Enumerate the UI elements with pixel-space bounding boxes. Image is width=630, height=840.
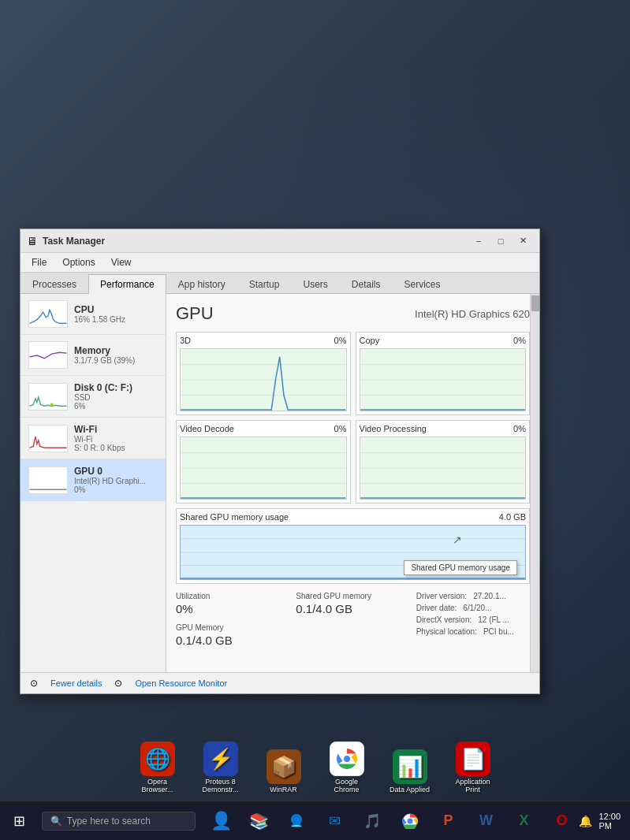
start-button[interactable]: ⊞ [0, 801, 39, 841]
menu-view[interactable]: View [103, 255, 140, 270]
taskbar-person-icon[interactable]: 👤 [203, 804, 238, 838]
scrollbar[interactable] [530, 294, 539, 672]
gpu-charts: 3D 0% [176, 332, 530, 584]
chart-3d-area [180, 348, 347, 411]
disk-mini-chart [28, 383, 68, 411]
gpu-main-panel: GPU Intel(R) HD Graphics 620 3D 0% [166, 294, 539, 672]
shared-gpu-value: 0.1/4.0 GB [296, 602, 409, 615]
cpu-sublabel: 16% 1.58 GHz [74, 315, 158, 324]
app-data-applied[interactable]: 📊 Data Applied [386, 749, 434, 794]
taskbar-chrome-taskbar-icon[interactable] [393, 804, 427, 838]
performance-sidebar: CPU 16% 1.58 GHz Memory 3.1/7.9 GB ( [21, 294, 166, 672]
cursor-indicator: ↗ [453, 533, 462, 543]
app-application-print[interactable]: 📄 ApplicationPrint [449, 742, 497, 794]
app-proteus[interactable]: ⚡ Proteus 8Demonstr... [197, 742, 244, 794]
scrollbar-thumb[interactable] [531, 295, 539, 311]
gpu-model: Intel(R) HD Graphics 620 [415, 308, 530, 320]
tab-processes[interactable]: Processes [21, 274, 88, 294]
chart-video-decode-area [180, 437, 347, 500]
directx-label: DirectX version: [416, 615, 472, 624]
driver-version-label: Driver version: [416, 592, 467, 600]
chrome-icon [330, 742, 364, 776]
tab-startup[interactable]: Startup [237, 274, 292, 294]
tab-services[interactable]: Services [393, 274, 453, 294]
chart-video-processing: Video Processing 0% [356, 420, 531, 504]
window-controls: − □ ✕ [468, 233, 533, 249]
winrar-icon: 📦 [267, 749, 301, 784]
directx-value: 12 (FL ... [478, 615, 509, 624]
chart-copy-area [360, 348, 527, 411]
tab-details[interactable]: Details [340, 274, 393, 294]
search-bar[interactable]: 🔍 Type here to search [42, 812, 196, 831]
taskbar-powerpoint-icon[interactable]: P [431, 804, 465, 838]
menu-file[interactable]: File [24, 255, 54, 270]
disk-label: Disk 0 (C: F:) [74, 382, 158, 393]
physical-location-value: PCI bu... [483, 627, 514, 636]
taskbar-excel-icon[interactable]: X [506, 804, 541, 838]
gpu-memory-value: 0.1/4.0 GB [176, 634, 289, 647]
taskmanager-icon: 🖥 [27, 235, 38, 247]
sidebar-item-cpu[interactable]: CPU 16% 1.58 GHz [21, 294, 166, 335]
sidebar-item-disk[interactable]: Disk 0 (C: F:) SSD6% [21, 376, 166, 418]
app-opera[interactable]: 🌐 OperaBrowser... [134, 742, 181, 794]
sidebar-item-gpu0[interactable]: GPU 0 Intel(R) HD Graphi...0% [21, 459, 166, 501]
gpu-stats: Utilization 0% GPU Memory 0.1/4.0 GB Sha… [176, 592, 530, 647]
gpu-header: GPU Intel(R) HD Graphics 620 [176, 303, 530, 324]
taskbar: ⊞ 🔍 Type here to search 👤 📚 ✉ 🎵 [0, 801, 630, 840]
gpu-mini-chart [28, 466, 68, 494]
svg-point-30 [408, 818, 413, 823]
memory-sidebar-info: Memory 3.1/7.9 GB (39%) [74, 345, 158, 365]
taskbar-word-icon[interactable]: W [468, 804, 503, 838]
disk-sidebar-info: Disk 0 (C: F:) SSD6% [74, 382, 158, 411]
wifi-sidebar-info: Wi-Fi Wi-FiS: 0 R: 0 Kbps [74, 424, 158, 452]
taskbar-opera-icon[interactable]: O [544, 804, 579, 838]
titlebar: 🖥 Task Manager − □ ✕ [21, 229, 539, 253]
opera-icon: 🌐 [140, 742, 175, 776]
chart-copy-label: Copy 0% [360, 336, 527, 345]
taskbar-right: 🔔 12:00PM [579, 812, 630, 831]
chart-3d: 3D 0% [176, 332, 351, 415]
tab-users[interactable]: Users [291, 274, 339, 294]
svg-point-28 [344, 756, 350, 762]
shared-memory-tooltip: Shared GPU memory usage [404, 560, 517, 575]
proteus-icon: ⚡ [203, 742, 238, 776]
taskbar-edge-icon[interactable] [279, 804, 314, 838]
utilization-value: 0% [176, 602, 289, 615]
maximize-button[interactable]: □ [490, 233, 511, 249]
desktop-apps-row: 🌐 OperaBrowser... ⚡ Proteus 8Demonstr...… [0, 742, 630, 797]
wifi-label: Wi-Fi [74, 424, 158, 435]
physical-location-label: Physical location: [416, 627, 477, 636]
tab-performance[interactable]: Performance [88, 274, 166, 294]
tab-bar: Processes Performance App history Startu… [21, 273, 539, 294]
driver-date-value: 6/1/20... [463, 604, 491, 612]
sidebar-item-wifi[interactable]: Wi-Fi Wi-FiS: 0 R: 0 Kbps [21, 418, 166, 459]
sidebar-item-memory[interactable]: Memory 3.1/7.9 GB (39%) [21, 335, 166, 376]
fewer-details-link[interactable]: Fewer details [50, 678, 102, 688]
taskbar-book-icon[interactable]: 📚 [241, 804, 276, 838]
taskbar-music-icon[interactable]: 🎵 [355, 804, 390, 838]
notification-icon[interactable]: 🔔 [579, 815, 592, 827]
chart-copy: Copy 0% [356, 332, 531, 415]
tab-app-history[interactable]: App history [166, 274, 237, 294]
close-button[interactable]: ✕ [513, 233, 533, 249]
gpu0-sublabel: Intel(R) HD Graphi...0% [74, 477, 158, 494]
stat-shared-gpu: Shared GPU memory 0.1/4.0 GB [296, 592, 409, 647]
open-resource-monitor-link[interactable]: Open Resource Monitor [135, 678, 227, 688]
chart-video-processing-area [360, 437, 527, 500]
menu-options[interactable]: Options [54, 255, 103, 270]
taskbar-envelope-icon[interactable]: ✉ [317, 804, 352, 838]
app-chrome[interactable]: Google Chrome [323, 742, 371, 794]
data-applied-icon: 📊 [393, 749, 427, 784]
application-print-icon: 📄 [456, 742, 490, 776]
driver-date-label: Driver date: [416, 604, 457, 612]
memory-sublabel: 3.1/7.9 GB (39%) [74, 356, 158, 365]
memory-label: Memory [74, 345, 158, 356]
driver-version-value: 27.20.1... [473, 592, 506, 600]
minimize-button[interactable]: − [468, 233, 489, 249]
wifi-mini-chart [28, 425, 68, 452]
stat-utilization: Utilization 0% GPU Memory 0.1/4.0 GB [176, 592, 289, 647]
gpu0-label: GPU 0 [74, 466, 158, 477]
content-area: CPU 16% 1.58 GHz Memory 3.1/7.9 GB ( [21, 294, 539, 672]
app-winrar[interactable]: 📦 WinRAR [260, 749, 308, 794]
memory-mini-chart [28, 341, 68, 369]
